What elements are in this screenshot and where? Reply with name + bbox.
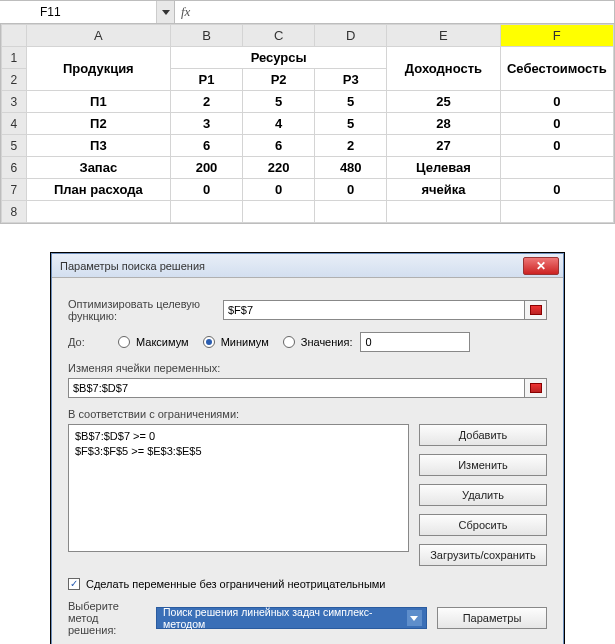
col-header-C[interactable]: C bbox=[243, 25, 315, 47]
select-all-cell[interactable] bbox=[2, 25, 27, 47]
cell-B2[interactable]: Р1 bbox=[170, 69, 242, 91]
cell-E5[interactable]: 27 bbox=[387, 135, 500, 157]
name-box[interactable]: F11 bbox=[0, 5, 156, 19]
cell-E8[interactable] bbox=[387, 201, 500, 223]
cell-D6[interactable]: 480 bbox=[315, 157, 387, 179]
cell-C6[interactable]: 220 bbox=[243, 157, 315, 179]
variables-input[interactable]: $B$7:$D$7 bbox=[68, 378, 525, 398]
change-button[interactable]: Изменить bbox=[419, 454, 547, 476]
cell-F5[interactable]: 0 bbox=[500, 135, 613, 157]
row-header-5[interactable]: 5 bbox=[2, 135, 27, 157]
col-header-A[interactable]: A bbox=[26, 25, 170, 47]
cell-B4[interactable]: 3 bbox=[170, 113, 242, 135]
row-header-6[interactable]: 6 bbox=[2, 157, 27, 179]
nonneg-checkbox[interactable] bbox=[68, 578, 80, 590]
formula-buttons: fx bbox=[175, 4, 196, 20]
cell-B3[interactable]: 2 bbox=[170, 91, 242, 113]
objective-ref-button[interactable] bbox=[525, 300, 547, 320]
dialog-titlebar[interactable]: Параметры поиска решения ✕ bbox=[52, 254, 563, 278]
cell-B5[interactable]: 6 bbox=[170, 135, 242, 157]
reset-button[interactable]: Сбросить bbox=[419, 514, 547, 536]
cell-F7[interactable]: 0 bbox=[500, 179, 613, 201]
cell-F3[interactable]: 0 bbox=[500, 91, 613, 113]
cell-F6[interactable] bbox=[500, 157, 613, 179]
cell-B7[interactable]: 0 bbox=[170, 179, 242, 201]
col-header-D[interactable]: D bbox=[315, 25, 387, 47]
col-header-E[interactable]: E bbox=[387, 25, 500, 47]
add-button[interactable]: Добавить bbox=[419, 424, 547, 446]
radio-min[interactable] bbox=[203, 336, 215, 348]
chevron-down-icon bbox=[407, 610, 422, 626]
range-picker-icon bbox=[530, 305, 542, 315]
method-select[interactable]: Поиск решения линейных задач симплекс-ме… bbox=[156, 607, 427, 629]
cell-A5[interactable]: П3 bbox=[26, 135, 170, 157]
method-label-2: метод решения: bbox=[68, 612, 146, 636]
target-value-input[interactable]: 0 bbox=[360, 332, 470, 352]
cell-F1[interactable]: Себестоимость bbox=[500, 47, 613, 91]
column-headers: A B C D E F bbox=[2, 25, 614, 47]
nonneg-checkbox-label: Сделать переменные без ограничений неотр… bbox=[86, 578, 386, 590]
cell-E7[interactable]: ячейка bbox=[387, 179, 500, 201]
load-save-button[interactable]: Загрузить/сохранить bbox=[419, 544, 547, 566]
cell-E3[interactable]: 25 bbox=[387, 91, 500, 113]
name-box-dropdown[interactable] bbox=[156, 1, 174, 23]
col-header-F[interactable]: F bbox=[500, 25, 613, 47]
delete-button[interactable]: Удалить bbox=[419, 484, 547, 506]
cell-D5[interactable]: 2 bbox=[315, 135, 387, 157]
cell-E6[interactable]: Целевая bbox=[387, 157, 500, 179]
cell-D7[interactable]: 0 bbox=[315, 179, 387, 201]
constraint-item[interactable]: $B$7:$D$7 >= 0 bbox=[75, 429, 402, 444]
cell-C2[interactable]: Р2 bbox=[243, 69, 315, 91]
close-button[interactable]: ✕ bbox=[523, 257, 559, 275]
cell-C4[interactable]: 4 bbox=[243, 113, 315, 135]
row-header-8[interactable]: 8 bbox=[2, 201, 27, 223]
dialog-title: Параметры поиска решения bbox=[60, 260, 523, 272]
variables-ref-button[interactable] bbox=[525, 378, 547, 398]
range-picker-icon bbox=[530, 383, 542, 393]
cell-D4[interactable]: 5 bbox=[315, 113, 387, 135]
cell-E4[interactable]: 28 bbox=[387, 113, 500, 135]
cell-A8[interactable] bbox=[26, 201, 170, 223]
cell-F8[interactable] bbox=[500, 201, 613, 223]
cell-C1[interactable]: Ресурсы bbox=[170, 47, 386, 69]
radio-min-label: Минимум bbox=[221, 336, 269, 348]
row-header-1[interactable]: 1 bbox=[2, 47, 27, 69]
close-icon: ✕ bbox=[536, 259, 546, 273]
col-header-B[interactable]: B bbox=[170, 25, 242, 47]
radio-max-label: Максимум bbox=[136, 336, 189, 348]
radio-value-label: Значения: bbox=[301, 336, 353, 348]
fx-icon[interactable]: fx bbox=[181, 4, 190, 20]
cell-F4[interactable]: 0 bbox=[500, 113, 613, 135]
constraints-label: В соответствии с ограничениями: bbox=[68, 408, 547, 420]
cell-C8[interactable] bbox=[243, 201, 315, 223]
objective-input[interactable]: $F$7 bbox=[223, 300, 525, 320]
cell-C7[interactable]: 0 bbox=[243, 179, 315, 201]
constraint-item[interactable]: $F$3:$F$5 >= $E$3:$E$5 bbox=[75, 444, 402, 459]
formula-bar: F11 fx bbox=[0, 0, 615, 24]
cell-D3[interactable]: 5 bbox=[315, 91, 387, 113]
cell-A1[interactable]: Продукция bbox=[26, 47, 170, 91]
cell-C5[interactable]: 6 bbox=[243, 135, 315, 157]
cell-D8[interactable] bbox=[315, 201, 387, 223]
cell-D2[interactable]: Р3 bbox=[315, 69, 387, 91]
formula-input[interactable] bbox=[196, 1, 614, 23]
spreadsheet: A B C D E F 1 Продукция Ресурсы Доходнос… bbox=[0, 24, 615, 224]
radio-max[interactable] bbox=[118, 336, 130, 348]
cell-B6[interactable]: 200 bbox=[170, 157, 242, 179]
method-select-value: Поиск решения линейных задач симплекс-ме… bbox=[163, 606, 407, 630]
cell-A7[interactable]: План расхода bbox=[26, 179, 170, 201]
cell-A6[interactable]: Запас bbox=[26, 157, 170, 179]
radio-value[interactable] bbox=[283, 336, 295, 348]
cell-A4[interactable]: П2 bbox=[26, 113, 170, 135]
row-header-4[interactable]: 4 bbox=[2, 113, 27, 135]
params-button[interactable]: Параметры bbox=[437, 607, 547, 629]
cell-C3[interactable]: 5 bbox=[243, 91, 315, 113]
cell-A3[interactable]: П1 bbox=[26, 91, 170, 113]
method-label-1: Выберите bbox=[68, 600, 146, 612]
row-header-3[interactable]: 3 bbox=[2, 91, 27, 113]
cell-E1[interactable]: Доходность bbox=[387, 47, 500, 91]
constraints-list[interactable]: $B$7:$D$7 >= 0 $F$3:$F$5 >= $E$3:$E$5 bbox=[68, 424, 409, 552]
row-header-2[interactable]: 2 bbox=[2, 69, 27, 91]
cell-B8[interactable] bbox=[170, 201, 242, 223]
row-header-7[interactable]: 7 bbox=[2, 179, 27, 201]
